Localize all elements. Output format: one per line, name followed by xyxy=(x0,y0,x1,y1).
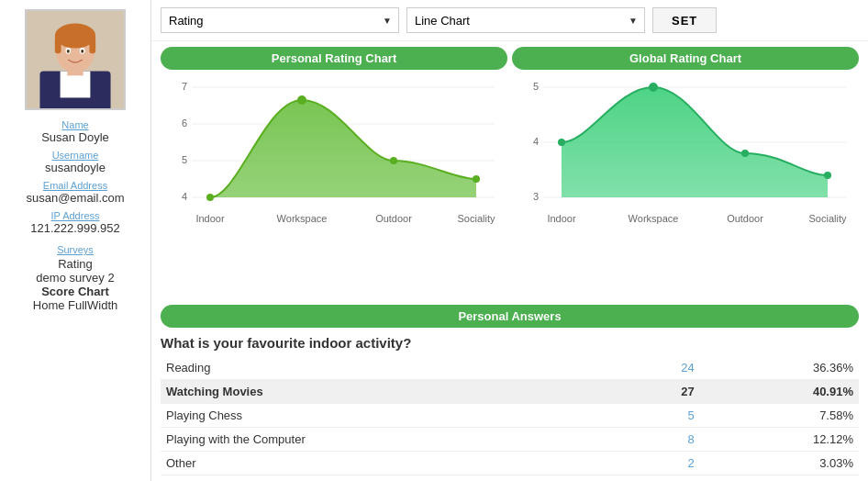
personal-chart-body: 7 6 5 4 Indoor Workspace Outdoor Sociali… xyxy=(161,73,507,305)
table-row: Other 2 3.03% xyxy=(161,452,859,475)
survey-link-demo[interactable]: demo survey 2 xyxy=(33,271,117,285)
ip-section: IP Address 121.222.999.952 xyxy=(0,210,150,235)
name-value: Susan Doyle xyxy=(0,130,150,144)
chart-type-select-wrapper: Line Chart Bar Chart ▼ xyxy=(406,7,645,33)
survey-link-rating[interactable]: Rating xyxy=(33,257,117,271)
email-section: Email Address susan@email.com xyxy=(0,180,150,205)
answer-label: Reading xyxy=(161,356,625,380)
svg-text:Indoor: Indoor xyxy=(547,213,576,224)
global-chart-panel: Global Rating Chart 5 4 3 Indoor Workspa… xyxy=(512,41,859,305)
answer-label: Other xyxy=(161,452,625,475)
svg-rect-6 xyxy=(55,36,61,53)
surveys-label: Surveys xyxy=(33,244,117,255)
svg-point-39 xyxy=(649,83,658,92)
rating-select[interactable]: Rating xyxy=(161,7,399,33)
answer-count: 8 xyxy=(625,428,700,452)
answer-pct: 36.36% xyxy=(700,356,859,380)
rating-select-wrapper: Rating ▼ xyxy=(161,7,399,33)
global-chart-svg: 5 4 3 Indoor Workspace Outdoor Sociality xyxy=(512,73,859,234)
sidebar: Name Susan Doyle Username susandoyle Ema… xyxy=(0,0,151,481)
svg-point-40 xyxy=(741,150,749,157)
svg-point-41 xyxy=(824,172,831,179)
top-controls: Rating ▼ Line Chart Bar Chart ▼ SET xyxy=(151,0,868,41)
answer-count: 27 xyxy=(625,380,700,404)
answers-header: Personal Answers xyxy=(161,305,859,328)
chart-type-select[interactable]: Line Chart Bar Chart xyxy=(406,7,645,33)
survey-link-home[interactable]: Home FullWidth xyxy=(33,298,117,312)
svg-text:Outdoor: Outdoor xyxy=(727,213,763,224)
set-button[interactable]: SET xyxy=(652,7,717,33)
svg-text:Outdoor: Outdoor xyxy=(375,213,412,224)
main-content: Rating ▼ Line Chart Bar Chart ▼ SET Pers… xyxy=(151,0,868,481)
name-section: Name Susan Doyle xyxy=(0,119,150,144)
answer-count: 2 xyxy=(625,452,700,475)
personal-chart-svg: 7 6 5 4 Indoor Workspace Outdoor Sociali… xyxy=(161,73,507,234)
name-label: Name xyxy=(0,119,150,130)
personal-chart-title: Personal Rating Chart xyxy=(161,47,507,70)
svg-text:Indoor: Indoor xyxy=(195,213,225,224)
answer-table: Reading 24 36.36% Watching Movies 27 40.… xyxy=(161,356,859,475)
svg-text:7: 7 xyxy=(182,81,187,92)
answer-pct: 7.58% xyxy=(700,404,859,428)
svg-text:3: 3 xyxy=(533,191,539,202)
answer-label: Watching Movies xyxy=(161,380,625,404)
table-row: Playing with the Computer 8 12.12% xyxy=(161,428,859,452)
svg-point-27 xyxy=(473,175,480,183)
svg-text:Sociality: Sociality xyxy=(458,213,495,224)
email-label: Email Address xyxy=(0,180,150,191)
username-value: susandoyle xyxy=(0,161,150,174)
username-label: Username xyxy=(0,150,150,161)
svg-point-11 xyxy=(81,50,83,53)
charts-row: Personal Rating Chart 7 6 5 4 Indoor Wor… xyxy=(151,41,868,305)
table-row: Watching Movies 27 40.91% xyxy=(161,380,859,404)
question-title: What is your favourite indoor activity? xyxy=(161,335,859,351)
svg-text:Sociality: Sociality xyxy=(809,213,847,224)
ip-value: 121.222.999.952 xyxy=(0,221,150,235)
answer-count: 5 xyxy=(625,404,700,428)
answer-pct: 12.12% xyxy=(700,428,859,452)
avatar xyxy=(25,9,126,110)
email-value: susan@email.com xyxy=(0,191,150,205)
svg-text:Workspace: Workspace xyxy=(277,213,328,224)
global-chart-body: 5 4 3 Indoor Workspace Outdoor Sociality xyxy=(512,73,859,305)
answer-label: Playing with the Computer xyxy=(161,428,625,452)
survey-link-score-chart[interactable]: Score Chart xyxy=(33,285,117,298)
global-chart-title: Global Rating Chart xyxy=(512,47,859,70)
svg-rect-7 xyxy=(89,36,95,53)
personal-chart-panel: Personal Rating Chart 7 6 5 4 Indoor Wor… xyxy=(161,41,507,305)
surveys-section: Surveys Rating demo survey 2 Score Chart… xyxy=(33,244,117,312)
svg-text:Workspace: Workspace xyxy=(629,213,679,224)
svg-text:6: 6 xyxy=(182,117,187,129)
svg-text:5: 5 xyxy=(182,154,187,165)
svg-text:4: 4 xyxy=(533,136,539,147)
svg-point-26 xyxy=(390,157,397,164)
answer-label: Playing Chess xyxy=(161,404,625,428)
svg-point-38 xyxy=(558,139,565,146)
answer-pct: 40.91% xyxy=(700,380,859,404)
table-row: Reading 24 36.36% xyxy=(161,356,859,380)
table-row: Playing Chess 5 7.58% xyxy=(161,404,859,428)
svg-text:5: 5 xyxy=(533,81,539,92)
username-section: Username susandoyle xyxy=(0,150,150,174)
svg-point-24 xyxy=(206,194,214,201)
svg-text:4: 4 xyxy=(182,191,187,202)
answers-section: Personal Answers What is your favourite … xyxy=(151,305,868,481)
svg-point-25 xyxy=(297,95,306,105)
svg-point-10 xyxy=(67,50,70,53)
answer-pct: 3.03% xyxy=(700,452,859,475)
answer-count: 24 xyxy=(625,356,700,380)
ip-label: IP Address xyxy=(0,210,150,221)
